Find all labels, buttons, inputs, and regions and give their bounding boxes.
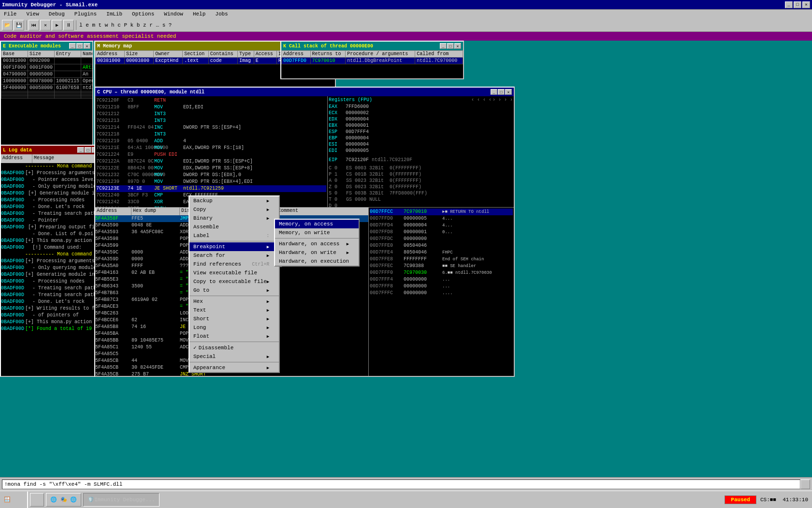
command-input[interactable]: [2, 479, 800, 489]
cpu-close[interactable]: ✕: [505, 89, 512, 95]
ctx-special[interactable]: Special▶: [189, 352, 279, 361]
toolbar-open[interactable]: 📂: [2, 20, 13, 30]
reg-eip[interactable]: EIP7C92120F ntdll.7C92120F: [329, 157, 513, 163]
cpu-minimize[interactable]: _: [491, 89, 497, 95]
ctx-float[interactable]: Float▶: [189, 332, 279, 341]
maximize-button[interactable]: □: [794, 1, 801, 8]
call-stack-close[interactable]: ✕: [454, 43, 461, 49]
menu-plugins[interactable]: Plugins: [72, 11, 99, 17]
ctx-copy-executable[interactable]: Copy to executable file▶: [189, 277, 279, 286]
reg-ebx[interactable]: EBX00000001: [329, 122, 513, 129]
ctx-assemble[interactable]: Assemble: [189, 223, 279, 231]
log-minimize[interactable]: _: [77, 147, 84, 153]
asm-line[interactable]: 7C92121E64:A1 10000000MOVEAX,DWORD PTR F…: [96, 145, 326, 151]
table-row[interactable]: 5F4000000005800061007658ntdl: [1, 85, 93, 91]
asm-line[interactable]: 7C9212108BFFMOVEDI,EDI: [96, 104, 326, 111]
asm-line[interactable]: 7C92120FC3RETN: [96, 97, 326, 104]
call-stack-maximize[interactable]: □: [447, 43, 454, 49]
reg-esp[interactable]: ESP00D7FFF4: [329, 129, 513, 135]
menu-window[interactable]: Window: [162, 11, 185, 17]
asm-line[interactable]: 7C921232C70C 00000000MOVDWORD PTR DS:[ED…: [96, 172, 326, 179]
ctx-breakpoint[interactable]: Breakpoint▶: [189, 242, 279, 251]
ctx-find-references[interactable]: Find referencesCtrl+R: [189, 260, 279, 269]
table-row[interactable]: [1, 97, 93, 99]
toolbar-rewind[interactable]: ⏮: [29, 20, 39, 30]
start-button[interactable]: 🪟 开始: [0, 492, 28, 508]
toolbar-run[interactable]: ▶: [52, 20, 62, 30]
stack-line[interactable]: 00D7FFD8000000010...: [370, 229, 513, 236]
asm-line[interactable]: 7C921212INT3: [96, 111, 326, 118]
reg-edx[interactable]: EDX00000004: [329, 116, 513, 122]
menu-jobs[interactable]: Jobs: [213, 11, 230, 17]
menu-help[interactable]: Help: [191, 11, 207, 17]
submenu-memory-write[interactable]: Memory, on write: [275, 228, 359, 237]
exe-modules-minimize[interactable]: _: [69, 43, 76, 49]
asm-line[interactable]: 7C921213INT3: [96, 118, 326, 124]
submenu-memory-access[interactable]: Memory, on access: [275, 220, 359, 228]
taskbar-item-1[interactable]: 🖥: [30, 493, 44, 507]
ctx-hex[interactable]: Hex▶: [189, 297, 279, 306]
asm-line[interactable]: 7C92122A8B7C24 0CMOVEDI,DWORD PTR SS:[ES…: [96, 158, 326, 165]
cpu-maximize[interactable]: □: [498, 89, 505, 95]
call-stack-minimize[interactable]: _: [440, 43, 447, 49]
toolbar-save[interactable]: 💾: [14, 20, 24, 30]
exe-modules-maximize[interactable]: □: [76, 43, 83, 49]
reg-edi[interactable]: EDI00000005: [329, 148, 513, 154]
menu-debug[interactable]: Debug: [47, 11, 67, 17]
table-row[interactable]: 0479000000005000An: [1, 71, 93, 78]
stack-line[interactable]: 00D7FFE480504046FHPC: [370, 249, 513, 256]
ctx-label[interactable]: Label:: [189, 231, 279, 240]
asm-line[interactable]: 7C921224E9PUSH EDI: [96, 151, 326, 158]
asm-line[interactable]: 7C92121905 0400ADD4: [96, 138, 326, 145]
ctx-binary[interactable]: Binary▶: [189, 214, 279, 223]
ctx-search-for[interactable]: Search for▶: [189, 251, 279, 260]
reg-esi[interactable]: ESI00000004: [329, 141, 513, 148]
ctx-appearance[interactable]: Appearance▶: [189, 363, 279, 372]
submenu-hw-exec[interactable]: Hardware, on execution: [275, 257, 359, 266]
ctx-text[interactable]: Text▶: [189, 306, 279, 314]
taskbar-item-2[interactable]: 🌐 🎭 🌐: [46, 493, 81, 507]
ctx-view-executable[interactable]: View executable file: [189, 269, 279, 277]
asm-line[interactable]: 7C921239897D 0MOVDWORD PTR DS:[EBX+4],ED…: [96, 179, 326, 185]
stack-line[interactable]: 00D7FFF800000000...: [370, 283, 513, 290]
submenu-hw-access[interactable]: Hardware, on access ▶: [275, 239, 359, 248]
exe-modules-close[interactable]: ✕: [84, 43, 90, 49]
stack-line[interactable]: 00D7FFF400000000...: [370, 276, 513, 283]
table-row[interactable]: 100000000007800010002115Open: [1, 78, 93, 85]
ctx-long[interactable]: Long▶: [189, 323, 279, 332]
stack-line[interactable]: 00D7FFF07C9700306.■■ ntdll.7C970030: [370, 269, 513, 276]
menu-options[interactable]: Options: [130, 11, 156, 17]
regs-nav-left[interactable]: ‹ ‹ ‹ ‹: [471, 97, 492, 103]
asm-line[interactable]: 7C921218INT3: [96, 131, 326, 138]
asm-line[interactable]: 7C92123E74 1EJE SHORTntdll.7C921259: [96, 185, 326, 192]
taskbar-item-immunity[interactable]: 🛡️ Immunity Debugge...: [83, 493, 159, 507]
toolbar-pause[interactable]: ⏸: [63, 20, 74, 30]
asm-line[interactable]: 7C921214FF8424 04INCDWORD PTR SS:[ESP+4]: [96, 124, 326, 131]
minimize-button[interactable]: _: [785, 1, 793, 8]
stack-line[interactable]: 00D7FFDC00000000: [370, 236, 513, 242]
stack-line[interactable]: 00D7FFCC7C970010►■ RETURN TO ntdll: [370, 209, 513, 215]
toolbar-stop[interactable]: ✕: [40, 20, 51, 30]
submenu-hw-write[interactable]: Hardware, on write ▶: [275, 248, 359, 257]
ctx-copy[interactable]: Copy▶: [189, 205, 279, 214]
table-row[interactable]: 00D7FFD0 7C970010 ntdll.DbgBreakPoint nt…: [282, 58, 463, 64]
command-dropdown[interactable]: ▼: [800, 479, 810, 489]
table-row[interactable]: 003810000002000: [1, 58, 93, 64]
ctx-disassemble[interactable]: ✓Disassemble: [189, 343, 279, 352]
reg-eax[interactable]: EAX7FFD6000: [329, 104, 513, 110]
reg-ebp[interactable]: EBP00000004: [329, 135, 513, 141]
close-button[interactable]: ✕: [802, 1, 810, 8]
stack-line[interactable]: 00D7FFD4000000044...: [370, 222, 513, 229]
stack-line[interactable]: 00D7FFEC7C90388■■ SE handler: [370, 263, 513, 269]
ctx-goto[interactable]: Go to▶: [189, 286, 279, 295]
menu-imlib[interactable]: ImLib: [104, 11, 124, 17]
ctx-short[interactable]: Short▶: [189, 314, 279, 323]
stack-line[interactable]: 00D7FFE000504046: [370, 242, 513, 249]
stack-line[interactable]: 00D7FFE8FFFFFFFFEnd of SEH chain: [370, 256, 513, 263]
reg-ecx[interactable]: ECX00000002: [329, 110, 513, 116]
menu-view[interactable]: View: [24, 11, 41, 17]
stack-line[interactable]: 00D7FFD0000000054...: [370, 215, 513, 222]
table-row[interactable]: 00F1F0000001F000ARti: [1, 64, 93, 71]
ctx-backup[interactable]: Backup▶: [189, 196, 279, 205]
asm-line[interactable]: 7C92122E8B6424 00MOVEDX,DWORD PTR SS:[ES…: [96, 165, 326, 172]
